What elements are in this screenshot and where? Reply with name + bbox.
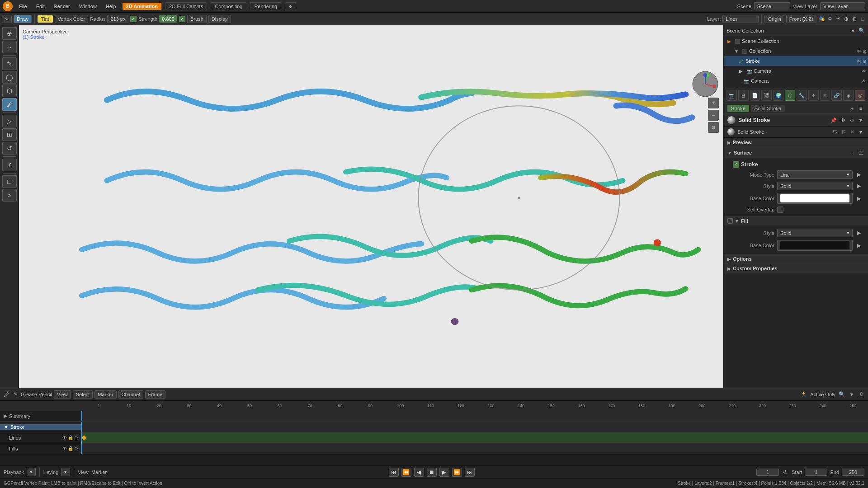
erase-tool[interactable]: ◯ [2, 71, 17, 84]
object-props-icon[interactable]: ⬡ [785, 90, 795, 101]
fill-section-header[interactable]: ▼ Fill [724, 216, 868, 225]
timecode-icon[interactable]: ⏱ [782, 469, 789, 476]
stroke-style-select[interactable]: Solid▾ [777, 182, 853, 190]
self-overlap-checkbox[interactable] [777, 206, 783, 213]
camera-vis-icon[interactable]: 👁 [862, 79, 866, 84]
menu-render[interactable]: Render [51, 3, 73, 10]
brush-select[interactable]: Brush [187, 15, 207, 23]
view-layer-props-icon[interactable]: 📄 [750, 90, 760, 101]
menu-help[interactable]: Help [103, 3, 119, 10]
zoom-in-btn[interactable]: + [708, 98, 719, 108]
tint-btn[interactable]: Tint [38, 15, 53, 23]
fill-color-extra[interactable]: ▶ [855, 242, 863, 249]
timeline-search-icon[interactable]: 🔍 [838, 391, 845, 398]
move-tool[interactable]: ↔ [2, 41, 17, 53]
transform-tool[interactable]: ⊞ [2, 128, 17, 141]
viewport[interactable]: Camera Perspective (1) Stroke [19, 25, 723, 388]
end-frame-input[interactable]: 250 [842, 469, 864, 476]
mode-type-select[interactable]: Line▾ [777, 170, 853, 179]
mat-plus-icon[interactable]: + [849, 105, 856, 112]
stroke-style-extra[interactable]: ▶ [855, 183, 863, 190]
play-reverse-btn[interactable]: ◀ [414, 468, 424, 477]
slot-filter-icon[interactable]: ▼ [857, 128, 864, 136]
active-only-icon[interactable]: 🏃 [800, 391, 807, 398]
outliner-item-collection[interactable]: ▼ ⬛ Collection 👁 ⊙ [724, 46, 868, 56]
next-keyframe-btn[interactable]: ⏩ [452, 468, 462, 477]
world-props-icon[interactable]: 🌍 [773, 90, 783, 101]
draw-mode-btn[interactable]: Draw [14, 15, 32, 23]
orientation-gizmo[interactable] [692, 70, 719, 98]
view-layer-select[interactable]: View Layer [820, 2, 865, 10]
material-props-icon[interactable]: ◎ [855, 90, 865, 101]
gp-icon[interactable]: ✎ [12, 391, 19, 398]
physics-props-icon[interactable]: ⚛ [820, 90, 830, 101]
timeline-view-btn[interactable]: View [54, 390, 71, 399]
timeline-settings-icon[interactable]: ⚙ [858, 391, 865, 398]
tab-add[interactable]: + [285, 2, 296, 10]
fill-checkbox[interactable] [727, 218, 733, 224]
stroke-base-color-swatch[interactable] [777, 193, 853, 204]
timeline-select-btn[interactable]: Select [73, 390, 93, 399]
tab-2d-full-canvas[interactable]: 2D Full Canvas [165, 2, 207, 10]
viewport-icon-5[interactable]: ◐ [851, 15, 858, 23]
mat-pin-icon[interactable]: 📌 [830, 117, 837, 124]
outliner-filter-icon[interactable]: ▼ [849, 27, 857, 34]
layer-select[interactable]: Lines [722, 15, 759, 23]
tab-stroke[interactable]: Stroke [727, 105, 749, 112]
zoom-out-btn[interactable]: − [708, 110, 719, 121]
viewport-icon-4[interactable]: ◑ [843, 15, 850, 23]
fill-style-extra[interactable]: ▶ [855, 230, 863, 237]
mat-menu-icon[interactable]: ≡ [857, 105, 864, 112]
mode-type-extra[interactable]: ▶ [855, 171, 863, 178]
mode-badge[interactable]: 2D Animation [123, 3, 162, 10]
radius-value[interactable]: 213 px [107, 15, 128, 23]
rotate-tool[interactable]: ↺ [2, 142, 17, 155]
stroke-track-content[interactable] [81, 422, 868, 432]
circle-tool[interactable]: ○ [2, 189, 17, 202]
playback-dropdown[interactable]: ▾ [27, 468, 36, 476]
outliner-search-icon[interactable]: 🔍 [858, 27, 865, 34]
mat-camera-icon[interactable]: ⊙ [848, 117, 855, 124]
strength-checkbox[interactable]: ✓ [179, 16, 185, 22]
viewport-icon-1[interactable]: 🎭 [818, 15, 826, 23]
surface-section-header[interactable]: ▼ Surface ≡ ☰ [724, 147, 868, 158]
fills-lock[interactable]: 🔒 [68, 446, 73, 451]
vertex-color-select[interactable]: Vertex Color [55, 15, 89, 23]
surface-menu-icon[interactable]: ≡ [848, 149, 855, 156]
timeline-channel-btn[interactable]: Channel [118, 390, 143, 399]
cursor-tool[interactable]: ⊕ [2, 27, 17, 40]
box-tool[interactable]: □ [2, 175, 17, 188]
stroke-vis-icon[interactable]: 👁 [857, 59, 861, 64]
lines-lock[interactable]: 🔒 [68, 435, 73, 440]
mat-expand-icon[interactable]: ▼ [857, 117, 864, 124]
fills-track-content[interactable] [81, 443, 868, 454]
tab-rendering[interactable]: Rendering [250, 2, 281, 10]
display-select[interactable]: Display [208, 15, 231, 23]
strength-value[interactable]: 0.800 [159, 15, 177, 23]
prev-keyframe-btn[interactable]: ⏪ [401, 468, 411, 477]
modifier-props-icon[interactable]: 🔧 [797, 90, 807, 101]
menu-file[interactable]: File [16, 3, 30, 10]
scene-select[interactable]: Scene [754, 2, 790, 10]
stop-btn[interactable]: ⏹ [427, 468, 437, 477]
mat-eye-icon[interactable]: 👁 [839, 117, 846, 124]
tab-compositing[interactable]: Compositing [211, 2, 246, 10]
slot-copy-icon[interactable]: ⎘ [840, 128, 847, 136]
lines-extra[interactable]: ⊙ [74, 435, 78, 440]
camera-group-vis-icon[interactable]: 👁 [862, 69, 866, 74]
collection-vis-icon[interactable]: 👁 [857, 49, 861, 54]
outliner-item-scene-collection[interactable]: ▶ ⬛ Scene Collection [724, 36, 868, 46]
start-frame-input[interactable]: 1 [805, 469, 827, 476]
stroke-render-icon[interactable]: ⊙ [863, 59, 866, 64]
render-props-icon[interactable]: 📷 [726, 90, 737, 101]
timeline-marker-btn[interactable]: Marker [94, 390, 116, 399]
outliner-item-camera-group[interactable]: ▶ 📷 Camera 👁 [724, 66, 868, 76]
surface-list-icon[interactable]: ☰ [857, 149, 864, 156]
fills-extra[interactable]: ⊙ [74, 446, 78, 451]
annotate-tool[interactable]: 🗎 [2, 159, 17, 171]
slot-shield-icon[interactable]: 🛡 [831, 128, 839, 136]
play-btn[interactable]: ▶ [439, 468, 449, 477]
lines-track-content[interactable] [81, 432, 868, 443]
jump-to-end-btn[interactable]: ⏭ [465, 468, 475, 477]
view-btn[interactable]: Front (X:Z) [786, 15, 816, 23]
